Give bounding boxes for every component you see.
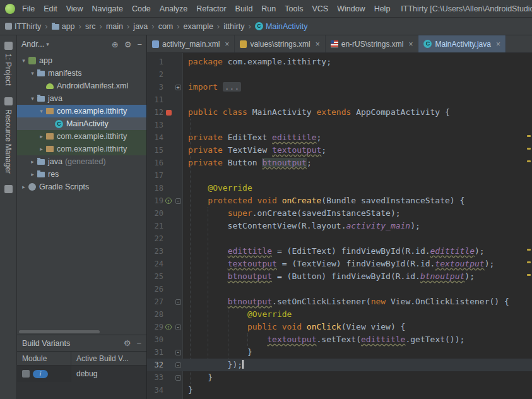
breadcrumb-item-app[interactable]: app [52,22,75,31]
breadcrumb-item-main[interactable]: main [106,22,123,31]
tree-item-java[interactable]: ▸java(generated) [17,155,146,168]
tree-horizontal-scrollbar[interactable] [17,330,146,335]
menu-window[interactable]: Window [333,0,369,18]
project-view-selector[interactable]: Andr... ▾ [21,40,49,49]
editor-line-19[interactable]: 19↑- protected void onCreate(Bundle save… [147,194,532,207]
fold-minus-icon[interactable]: - [175,375,181,381]
chevron-down-icon[interactable]: ▾ [28,70,37,76]
tab-en-rus-strings-xml[interactable]: en-rUS\strings.xml× [326,35,419,52]
chevron-right-icon[interactable]: ▸ [28,171,37,177]
tree-item-com-example-itthirty[interactable]: ▾com.example.itthirty [17,105,146,117]
project-tool-button[interactable]: 1: Project [4,42,13,86]
fold-minus-icon[interactable]: - [175,350,181,355]
editor-line-29[interactable]: 29↑- public void onClick(View view) { [147,321,532,333]
chevron-down-icon[interactable]: ▾ [20,57,28,64]
build-variants-hide-icon[interactable]: − [136,339,141,347]
fold-minus-icon[interactable]: - [175,325,181,330]
editor-line-28[interactable]: 28 @Override [147,308,532,321]
editor-line-30[interactable]: 30 textoutput.setText(edittitle.getText(… [147,333,532,346]
breadcrumb-item-mainactivity[interactable]: CMainActivity [255,22,308,31]
editor-line-26[interactable]: 26 [147,283,532,295]
editor-line-12[interactable]: 12public class MainActivity extends AppC… [147,106,532,119]
close-tab-icon[interactable]: × [225,40,229,49]
chevron-down-icon[interactable]: ▾ [37,108,45,114]
close-tab-icon[interactable]: × [316,40,320,49]
chevron-down-icon[interactable]: ▾ [28,95,37,102]
editor-line-11[interactable]: 11 [147,93,532,106]
fold-minus-icon[interactable]: - [175,299,181,305]
tree-item-com-example-itthirty[interactable]: ▸com.example.itthirty [17,143,146,155]
breadcrumb-item-example[interactable]: example [184,22,213,31]
editor-line-21[interactable]: 21 setContentView(R.layout.activity_main… [147,220,532,232]
editor-line-33[interactable]: 33- } [147,371,532,384]
editor-line-27[interactable]: 27- btnoutput.setOnClickListener(new Vie… [147,295,532,308]
chevron-right-icon[interactable]: ▸ [37,146,45,152]
tree-item-androidmanifest-xml[interactable]: AndroidManifest.xml [17,80,146,92]
resource-manager-tool-button[interactable]: Resource Manager [4,97,13,174]
chevron-right-icon[interactable]: ▸ [20,184,28,190]
editor-line-22[interactable]: 22 [147,232,532,245]
breadcrumb-item-java[interactable]: java [133,22,148,31]
editor-line-23[interactable]: 23 edittitle = (EditText) findViewById(R… [147,245,532,258]
override-method-icon[interactable]: ↑ [165,324,172,330]
editor-line-16[interactable]: 16private Button btnoutput; [147,157,532,169]
tab-activity-main-xml[interactable]: activity_main.xml× [147,35,235,52]
menu-edit[interactable]: Edit [39,0,62,18]
menu-run[interactable]: Run [257,0,280,18]
tree-item-app[interactable]: ▾app [17,54,146,67]
menu-file[interactable]: File [18,0,39,18]
editor-line-25[interactable]: 25 btnoutput = (Button) findViewById(R.i… [147,270,532,283]
editor-line-17[interactable]: 17 [147,169,532,182]
tree-item-res[interactable]: ▸res [17,168,146,181]
editor-line-24[interactable]: 24 textoutput = (TextView) findViewById(… [147,258,532,270]
chevron-right-icon[interactable]: ▸ [37,133,45,140]
editor[interactable]: 1package com.example.itthirty;23+import … [147,53,532,399]
build-variants-gear-icon[interactable]: ⚙ [124,339,131,347]
editor-line-1[interactable]: 1package com.example.itthirty; [147,56,532,68]
tab-mainactivity-java[interactable]: CMainActivity.java× [418,35,506,52]
editor-line-32[interactable]: 32- }); [147,359,532,371]
override-method-icon[interactable]: ↑ [165,198,172,204]
fold-minus-icon[interactable]: - [175,362,181,368]
close-tab-icon[interactable]: × [496,40,500,49]
build-variant-row[interactable]: i debug [17,366,146,382]
editor-line-13[interactable]: 13 [147,119,532,131]
tree-item-java[interactable]: ▾java [17,92,146,105]
scrollbar-thumb[interactable] [19,330,100,333]
menu-view[interactable]: View [62,0,88,18]
menu-analyze[interactable]: Analyze [155,0,192,18]
breadcrumb-item-com[interactable]: com [158,22,174,31]
menu-tools[interactable]: Tools [280,0,307,18]
editor-line-18[interactable]: 18 @Override [147,182,532,194]
tab-values-strings-xml[interactable]: values\strings.xml× [235,35,325,52]
menu-refactor[interactable]: Refactor [192,0,230,18]
menu-help[interactable]: Help [370,0,395,18]
editor-line-34[interactable]: 34} [147,384,532,396]
menu-build[interactable]: Build [231,0,257,18]
menu-code[interactable]: Code [127,0,155,18]
build-variants-stripe-icon[interactable] [4,185,13,193]
active-build-variant-value[interactable]: debug [71,366,146,382]
settings-gear-icon[interactable]: ⚙ [124,40,132,49]
fold-plus-icon[interactable]: + [175,85,181,90]
tree-item-com-example-itthirty[interactable]: ▸com.example.itthirty [17,130,146,143]
chevron-right-icon[interactable]: ▸ [28,158,37,165]
locate-file-icon[interactable]: ⊕ [112,40,119,49]
hide-panel-icon[interactable]: − [137,40,142,49]
breadcrumb-item-itthirty[interactable]: ITThirty [5,22,41,31]
editor-line-31[interactable]: 31- } [147,346,532,359]
menu-navigate[interactable]: Navigate [88,0,127,18]
tree-item-gradle-scripts[interactable]: ▸Gradle Scripts [17,181,146,193]
editor-line-15[interactable]: 15private TextView textoutput; [147,144,532,157]
tree-item-mainactivity[interactable]: CMainActivity [17,117,146,130]
menu-vcs[interactable]: VCS [307,0,333,18]
editor-line-2[interactable]: 2 [147,68,532,81]
editor-line-3[interactable]: 3+import ... [147,81,532,93]
close-tab-icon[interactable]: × [408,40,413,49]
editor-line-20[interactable]: 20 super.onCreate(savedInstanceState); [147,207,532,220]
editor-line-14[interactable]: 14private EditText edittitle; [147,131,532,144]
breadcrumb-item-itthirty[interactable]: itthirty [223,22,244,31]
fold-minus-icon[interactable]: - [175,198,181,204]
tree-item-manifests[interactable]: ▾manifests [17,67,146,80]
breadcrumb-item-src[interactable]: src [85,22,96,31]
